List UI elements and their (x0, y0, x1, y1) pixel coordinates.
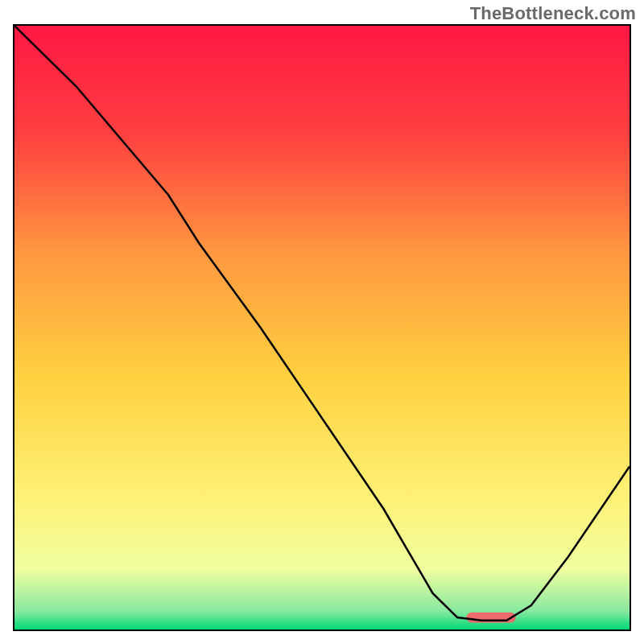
gradient-background (14, 26, 630, 630)
bottleneck-chart (0, 0, 644, 644)
